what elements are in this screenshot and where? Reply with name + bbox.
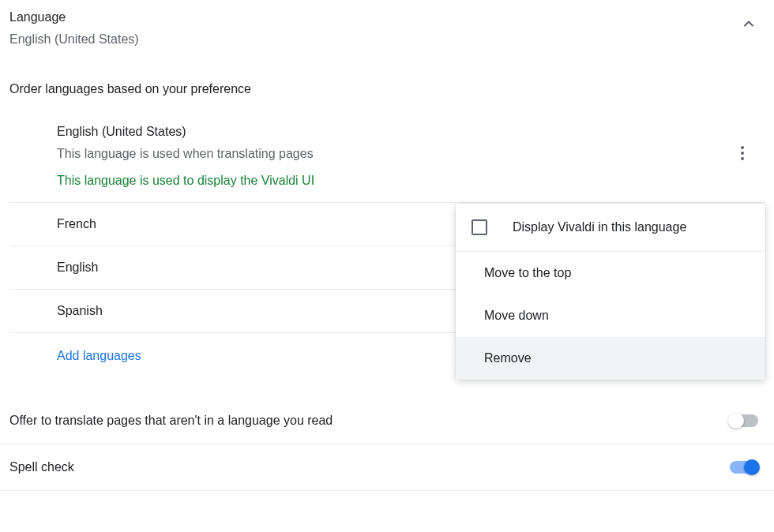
translate-offer-toggle[interactable]	[730, 414, 758, 427]
language-section-header[interactable]: Language English (United States)	[0, 0, 774, 49]
move-down-option[interactable]: Move down	[456, 294, 765, 337]
display-in-language-option[interactable]: Display Vivaldi in this language	[456, 204, 765, 252]
translate-offer-row: Offer to translate pages that aren't in …	[0, 398, 774, 444]
checkbox-icon[interactable]	[472, 219, 487, 235]
move-to-top-label: Move to the top	[484, 266, 571, 280]
display-in-language-label: Display Vivaldi in this language	[513, 220, 686, 234]
move-to-top-option[interactable]: Move to the top	[456, 252, 765, 294]
chevron-up-icon[interactable]	[741, 16, 757, 34]
language-name: English (United States)	[57, 123, 765, 140]
spell-check-row: Spell check	[0, 444, 774, 491]
order-description: Order languages based on your preference	[0, 82, 774, 96]
section-title: Language	[9, 8, 139, 27]
more-options-icon[interactable]	[735, 140, 750, 167]
move-down-label: Move down	[484, 309, 549, 323]
remove-label: Remove	[484, 351, 532, 365]
section-selected-language: English (United States)	[9, 30, 139, 49]
spell-check-label: Spell check	[9, 460, 74, 474]
language-description: This language is used when translating p…	[57, 145, 765, 163]
language-item-english-us: English (United States) This language is…	[9, 104, 765, 203]
language-ui-note: This language is used to display the Viv…	[57, 172, 765, 189]
language-context-menu: Display Vivaldi in this language Move to…	[456, 204, 765, 380]
spell-check-toggle[interactable]	[730, 461, 758, 474]
translate-offer-label: Offer to translate pages that aren't in …	[9, 414, 333, 428]
remove-option[interactable]: Remove	[456, 337, 765, 380]
